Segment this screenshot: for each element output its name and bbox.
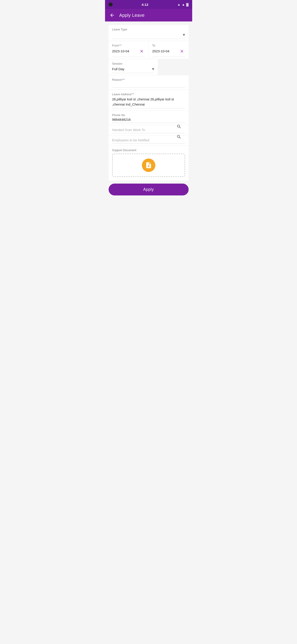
back-icon xyxy=(109,12,115,18)
employees-notified-field xyxy=(109,136,189,145)
app-bar: Apply Leave xyxy=(105,9,192,22)
chevron-down-icon: ▾ xyxy=(183,32,185,37)
leave-address-label: Leave Address* xyxy=(112,92,185,96)
reason-label: Reason* xyxy=(112,78,185,82)
status-bar: 4:12 ▲ ▲ ▓ xyxy=(105,0,192,9)
employees-notified-search-button[interactable] xyxy=(176,134,182,141)
form-content: Leave Type ▾ From* 2023-10-04 To 2023-10… xyxy=(105,22,192,644)
leave-type-field[interactable]: Leave Type ▾ xyxy=(109,25,189,41)
phone-label: Phone No xyxy=(112,113,185,117)
clear-from-date-button[interactable] xyxy=(139,48,145,56)
upload-icon-circle xyxy=(142,158,155,172)
add-document-icon xyxy=(145,162,152,169)
from-date-label: From* xyxy=(112,44,145,47)
employees-notified-input[interactable] xyxy=(112,138,185,144)
close-icon xyxy=(180,49,184,54)
close-icon xyxy=(139,49,144,54)
support-document-label: Support Document xyxy=(112,148,185,152)
leave-address-field: Leave Address* 26,pilliyar koil st ,chen… xyxy=(109,90,189,110)
clear-to-date-button[interactable] xyxy=(179,48,185,56)
support-document-section: Support Document xyxy=(109,146,189,180)
upload-area[interactable] xyxy=(112,154,185,177)
reason-field: Reason* xyxy=(109,75,189,90)
session-field[interactable]: Session Full Day ▾ xyxy=(109,59,158,75)
to-date-value: 2023-10-04 xyxy=(152,49,178,54)
employees-notified-input-row xyxy=(112,138,185,144)
wifi-icon: ▲ xyxy=(182,3,185,6)
date-row: From* 2023-10-04 To 2023-10-04 xyxy=(109,41,189,59)
status-time: 4:12 xyxy=(142,3,148,6)
signal-icon: ▲ xyxy=(177,3,181,6)
handed-over-work-input-row xyxy=(112,128,185,133)
session-value: Full Day xyxy=(112,67,124,71)
search-icon xyxy=(177,134,181,139)
back-button[interactable] xyxy=(109,12,116,19)
to-date-field: To 2023-10-04 xyxy=(149,41,189,59)
battery-icon: ▓ xyxy=(186,3,188,6)
search-icon xyxy=(177,124,181,129)
leave-address-value: 26,pilliyar koil st ,chennai 26,pilliyar… xyxy=(112,97,185,108)
from-date-value: 2023-10-04 xyxy=(112,49,138,54)
status-indicator xyxy=(109,2,113,6)
status-icons: ▲ ▲ ▓ xyxy=(177,3,189,6)
to-date-label: To xyxy=(152,44,185,47)
from-date-field: From* 2023-10-04 xyxy=(109,41,149,59)
page-title: Apply Leave xyxy=(119,13,145,18)
leave-type-label: Leave Type xyxy=(112,28,185,31)
handed-over-work-input[interactable] xyxy=(112,128,185,133)
leave-type-value xyxy=(112,33,113,37)
phone-value: 9884848216 xyxy=(112,118,185,123)
leave-type-dropdown[interactable]: ▾ xyxy=(112,32,185,39)
session-dropdown[interactable]: Full Day ▾ xyxy=(112,66,154,73)
session-label: Session xyxy=(112,62,154,65)
phone-field: Phone No 9884848216 xyxy=(109,111,189,125)
apply-button[interactable]: Apply xyxy=(109,184,189,196)
reason-input[interactable] xyxy=(112,82,185,88)
session-chevron-down-icon: ▾ xyxy=(152,66,154,72)
handed-over-work-search-button[interactable] xyxy=(176,123,182,131)
